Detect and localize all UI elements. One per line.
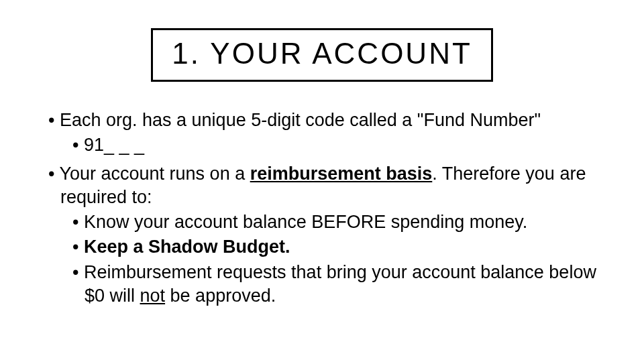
bullet-know-balance: Know your account balance BEFORE spendin…	[40, 210, 604, 234]
slide: 1. YOUR ACCOUNT Each org. has a unique 5…	[0, 0, 644, 362]
content-area: Each org. has a unique 5-digit code call…	[0, 82, 644, 308]
bullet-not-approved: Reimbursement requests that bring your a…	[40, 261, 604, 308]
bullet-text-not: not	[140, 286, 166, 306]
bullet-text-emph: reimbursement basis	[250, 164, 433, 184]
bullet-text-a: Your account runs on a	[59, 164, 250, 184]
title-container: 1. YOUR ACCOUNT	[0, 0, 644, 82]
bullet-text-c: be approved.	[165, 286, 276, 306]
bullet-reimbursement: Your account runs on a reimbursement bas…	[40, 162, 604, 209]
slide-title: 1. YOUR ACCOUNT	[172, 37, 472, 70]
bullet-shadow-budget: Keep a Shadow Budget.	[40, 235, 604, 259]
bullet-text: Know your account balance BEFORE spendin…	[84, 212, 527, 232]
bullet-fund-number: Each org. has a unique 5-digit code call…	[40, 109, 604, 132]
bullet-text: Each org. has a unique 5-digit code call…	[60, 110, 541, 130]
bullet-text: Keep a Shadow Budget.	[84, 237, 290, 257]
title-box: 1. YOUR ACCOUNT	[151, 28, 493, 82]
bullet-fund-example: 91_ _ _	[40, 133, 604, 157]
bullet-text: 91_ _ _	[84, 135, 144, 155]
